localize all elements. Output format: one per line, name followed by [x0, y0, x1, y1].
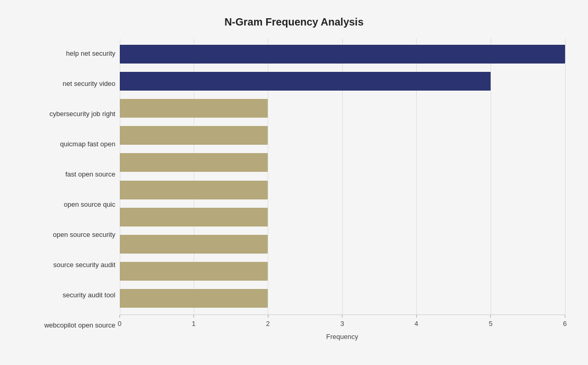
bar: [120, 262, 268, 281]
bar: [120, 153, 268, 172]
chart-title: N-Gram Frequency Analysis: [23, 16, 565, 28]
y-axis: help net securitynet security videocyber…: [23, 39, 120, 341]
bar-row: [120, 44, 565, 65]
x-tick: 2: [266, 315, 270, 328]
x-tick-line: [565, 315, 565, 318]
x-tick: 0: [118, 315, 121, 328]
x-tick: 4: [415, 315, 418, 328]
bar-row: [120, 71, 565, 92]
x-axis-title: Frequency: [326, 333, 358, 341]
grid-line: [565, 39, 566, 314]
y-label: webcopilot open source: [23, 312, 120, 339]
bar-row: [120, 261, 565, 282]
y-label: quicmap fast open: [23, 131, 120, 158]
x-tick-line: [119, 315, 120, 318]
chart-area: help net securitynet security videocyber…: [23, 39, 565, 341]
x-tick-label: 5: [489, 320, 492, 328]
bar-row: [120, 288, 565, 309]
x-tick-label: 2: [266, 320, 270, 328]
x-tick-label: 6: [563, 320, 567, 328]
x-tick-line: [268, 315, 268, 318]
bars-inner: [120, 39, 565, 314]
bar: [120, 72, 491, 91]
y-label: source security audit: [23, 251, 120, 279]
bar: [120, 45, 565, 64]
bar: [120, 99, 268, 118]
x-tick: 3: [340, 315, 344, 328]
bar-row: [120, 98, 565, 119]
bar-row: [120, 207, 565, 228]
bars-and-x: 0123456Frequency: [120, 39, 565, 341]
x-tick: 5: [489, 315, 492, 328]
bar-row: [120, 234, 565, 255]
bars-area: [120, 39, 565, 314]
x-tick-label: 0: [118, 320, 121, 328]
x-tick-label: 3: [340, 320, 344, 328]
y-label: cybersecurity job right: [23, 100, 120, 128]
y-label: help net security: [23, 40, 120, 67]
y-label: open source security: [23, 221, 120, 248]
bar: [120, 181, 268, 199]
y-label: open source quic: [23, 191, 120, 218]
x-tick: 1: [192, 315, 195, 328]
y-label: net security video: [23, 70, 120, 97]
x-tick: 6: [563, 315, 567, 328]
x-tick-label: 4: [415, 320, 418, 328]
bar-row: [120, 125, 565, 146]
x-tick-line: [416, 315, 417, 318]
bar: [120, 235, 268, 254]
bar-row: [120, 152, 565, 173]
bar: [120, 289, 268, 308]
x-tick-label: 1: [192, 320, 195, 328]
bar: [120, 126, 268, 145]
x-tick-line: [342, 315, 342, 318]
chart-container: N-Gram Frequency Analysis help net secur…: [13, 6, 576, 360]
bar: [120, 208, 268, 226]
bar-row: [120, 180, 565, 200]
y-label: fast open source: [23, 161, 120, 188]
x-tick-line: [193, 315, 194, 318]
y-label: security audit tool: [23, 282, 120, 309]
x-axis: 0123456Frequency: [120, 314, 565, 341]
x-tick-line: [490, 315, 491, 318]
